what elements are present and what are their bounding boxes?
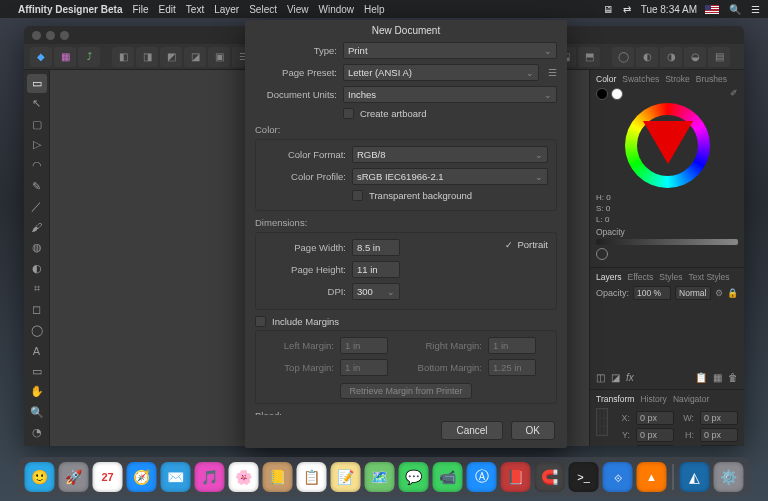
window-controls[interactable] xyxy=(32,31,69,40)
menu-select[interactable]: Select xyxy=(249,4,277,15)
dock-contacts-icon[interactable]: 📒 xyxy=(263,462,293,492)
transparency-tool-icon[interactable]: ◐ xyxy=(27,259,47,278)
dpi-select[interactable]: 300 xyxy=(352,283,400,300)
tab-color[interactable]: Color xyxy=(596,74,616,84)
dock-launchpad-icon[interactable]: 🚀 xyxy=(59,462,89,492)
menu-view[interactable]: View xyxy=(287,4,309,15)
dock-dictionary-icon[interactable]: 📕 xyxy=(501,462,531,492)
control-center-icon[interactable]: ☰ xyxy=(751,4,760,15)
transform-w[interactable]: 0 px xyxy=(700,411,738,425)
units-select[interactable]: Inches xyxy=(343,86,557,103)
menu-window[interactable]: Window xyxy=(318,4,354,15)
dock-finder-icon[interactable]: 🙂 xyxy=(25,462,55,492)
menu-edit[interactable]: Edit xyxy=(159,4,176,15)
ellipse-tool-icon[interactable]: ◯ xyxy=(27,321,47,340)
display-icon[interactable]: 🖥 xyxy=(603,4,613,15)
dock-photos-icon[interactable]: 🌸 xyxy=(229,462,259,492)
menu-text[interactable]: Text xyxy=(186,4,204,15)
tab-transform[interactable]: Transform xyxy=(596,394,634,404)
gear-icon[interactable]: ⚙ xyxy=(715,288,723,298)
dock-mail-icon[interactable]: ✉️ xyxy=(161,462,191,492)
toolbar-button[interactable]: ⬒ xyxy=(578,47,600,67)
text-tool-icon[interactable]: A xyxy=(27,341,47,360)
artboard-tool-icon[interactable]: ▢ xyxy=(27,115,47,134)
persona-export-icon[interactable]: ⤴ xyxy=(78,47,100,67)
transform-y[interactable]: 0 px xyxy=(636,428,674,442)
page-preset-select[interactable]: Letter (ANSI A) xyxy=(343,64,539,81)
tab-styles[interactable]: Styles xyxy=(659,272,682,282)
spotlight-icon[interactable]: 🔍 xyxy=(729,4,741,15)
color-profile-select[interactable]: sRGB IEC61966-2.1 xyxy=(352,168,548,185)
dock-vlc-icon[interactable]: ▲ xyxy=(637,462,667,492)
corner-tool-icon[interactable]: ◠ xyxy=(27,156,47,175)
toolbar-button[interactable]: ◒ xyxy=(684,47,706,67)
dock-notes-icon[interactable]: 📝 xyxy=(331,462,361,492)
cancel-button[interactable]: Cancel xyxy=(441,421,502,440)
color-wheel[interactable] xyxy=(610,103,725,188)
transform-r[interactable]: 0 ° xyxy=(636,445,674,446)
dock-settings-icon[interactable]: ⚙️ xyxy=(714,462,744,492)
toolbar-button[interactable]: ▣ xyxy=(208,47,230,67)
hand-tool-icon[interactable]: ✋ xyxy=(27,382,47,401)
dock-magnet-icon[interactable]: 🧲 xyxy=(535,462,565,492)
pen-tool-icon[interactable]: ✎ xyxy=(27,177,47,196)
dock-appstore-icon[interactable]: Ⓐ xyxy=(467,462,497,492)
node-tool-icon[interactable]: ▷ xyxy=(27,136,47,155)
fill-tool-icon[interactable]: ◍ xyxy=(27,239,47,258)
transform-h[interactable]: 0 px xyxy=(700,428,738,442)
dock-terminal-icon[interactable]: >_ xyxy=(569,462,599,492)
toolbar-button[interactable]: ◨ xyxy=(136,47,158,67)
layer-fx-label[interactable]: fx xyxy=(626,372,634,383)
tab-brushes[interactable]: Brushes xyxy=(696,74,727,84)
blend-mode-select[interactable]: Normal xyxy=(675,286,711,300)
type-select[interactable]: Print xyxy=(343,42,557,59)
tab-text-styles[interactable]: Text Styles xyxy=(689,272,730,282)
toggle-icon[interactable]: ⇄ xyxy=(623,4,631,15)
persona-designer-icon[interactable]: ◆ xyxy=(30,47,52,67)
orientation-check-icon[interactable]: ✓ xyxy=(505,240,513,250)
dock-vscode-icon[interactable]: ⟐ xyxy=(603,462,633,492)
opacity-slider[interactable] xyxy=(596,239,738,245)
ok-button[interactable]: OK xyxy=(511,421,555,440)
fill-swatch[interactable] xyxy=(596,88,608,100)
tab-swatches[interactable]: Swatches xyxy=(622,74,659,84)
layer-mask-icon[interactable]: ◫ xyxy=(596,372,605,383)
dock-affinity-icon[interactable]: ◭ xyxy=(680,462,710,492)
dock-messages-icon[interactable]: 💬 xyxy=(399,462,429,492)
stroke-swatch[interactable] xyxy=(611,88,623,100)
frame-text-tool-icon[interactable]: ▭ xyxy=(27,362,47,381)
input-source-flag-icon[interactable] xyxy=(705,5,719,14)
layer-delete-icon[interactable]: 🗑 xyxy=(728,372,738,383)
pencil-tool-icon[interactable]: ／ xyxy=(27,197,47,216)
toolbar-button[interactable]: ◪ xyxy=(184,47,206,67)
app-name[interactable]: Affinity Designer Beta xyxy=(18,4,122,15)
lock-icon[interactable]: 🔒 xyxy=(727,288,738,298)
dock-facetime-icon[interactable]: 📹 xyxy=(433,462,463,492)
page-height-input[interactable] xyxy=(352,261,400,278)
menu-file[interactable]: File xyxy=(132,4,148,15)
transform-x[interactable]: 0 px xyxy=(636,411,674,425)
clock[interactable]: Tue 8:34 AM xyxy=(641,4,697,15)
none-swatch[interactable] xyxy=(596,248,608,260)
layer-group-icon[interactable]: ▦ xyxy=(713,372,722,383)
transparent-bg-checkbox[interactable] xyxy=(352,190,363,201)
tab-navigator[interactable]: Navigator xyxy=(673,394,709,404)
preset-options-icon[interactable]: ☰ xyxy=(548,67,557,78)
create-artboard-checkbox[interactable] xyxy=(343,108,354,119)
page-width-input[interactable] xyxy=(352,239,400,256)
dock-calendar-icon[interactable]: 27 xyxy=(93,462,123,492)
crop-tool-icon[interactable]: ⌗ xyxy=(27,280,47,299)
dock-reminders-icon[interactable]: 📋 xyxy=(297,462,327,492)
zoom-tool-icon[interactable]: 🔍 xyxy=(27,403,47,422)
shape-tool-icon[interactable]: ◻ xyxy=(27,300,47,319)
color-picker-tool-icon[interactable]: ◔ xyxy=(27,424,47,443)
tab-layers[interactable]: Layers xyxy=(596,272,622,282)
toolbar-button[interactable]: ◑ xyxy=(660,47,682,67)
dropper-icon[interactable]: ✐ xyxy=(730,88,738,100)
move-tool-icon[interactable]: ↖ xyxy=(27,95,47,114)
toolbar-button[interactable]: ▤ xyxy=(708,47,730,67)
toolbar-button[interactable]: ◩ xyxy=(160,47,182,67)
anchor-grid[interactable] xyxy=(596,408,608,436)
transform-s[interactable]: 0 ° xyxy=(700,445,738,446)
dock-safari-icon[interactable]: 🧭 xyxy=(127,462,157,492)
